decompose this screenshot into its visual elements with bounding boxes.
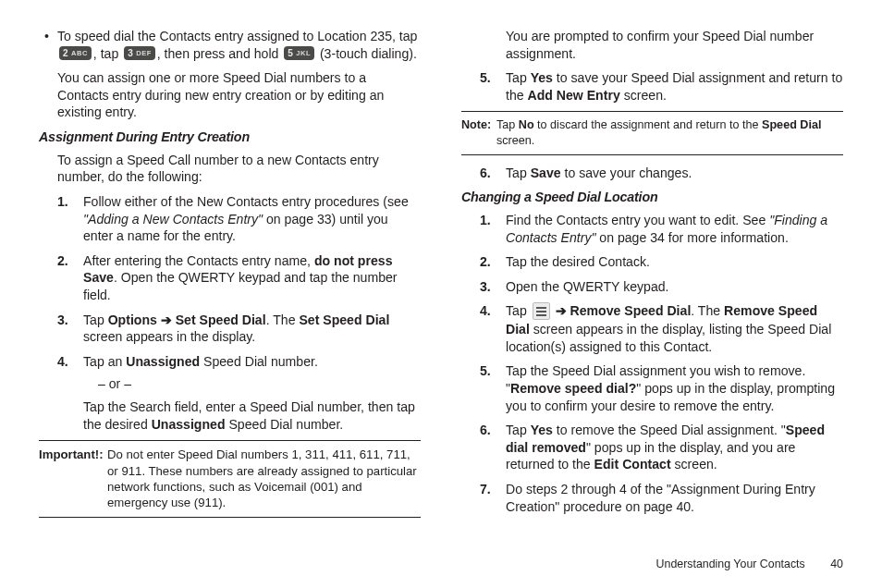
emph: Edit Contact [594, 457, 671, 472]
text: screen. [620, 88, 667, 103]
emph: Speed Dial [762, 118, 821, 131]
steps-assignment-cont: Tap Yes to save your Speed Dial assignme… [480, 69, 843, 104]
text: screen appears in the display. [83, 329, 255, 344]
emph: Options [108, 312, 161, 327]
text: Tap [506, 303, 531, 318]
right-column: You are prompted to confirm your Speed D… [441, 28, 843, 579]
text: Tap [506, 165, 531, 180]
bullet-mark: • [44, 28, 57, 62]
note-body: Tap No to discard the assignment and ret… [496, 117, 843, 148]
text: Tap [83, 312, 108, 327]
note-body: Do not enter Speed Dial numbers 1, 311, … [107, 447, 421, 511]
text: to save your changes. [561, 165, 692, 180]
change-step-6: Tap Yes to remove the Speed Dial assignm… [480, 422, 843, 473]
step-1: Follow either of the New Contacts entry … [57, 193, 421, 245]
text: Tap an [83, 354, 126, 369]
text: . The [266, 312, 300, 327]
change-step-5: Tap the Speed Dial assignment you wish t… [480, 362, 843, 414]
page: • To speed dial the Contacts entry assig… [0, 0, 882, 588]
heading-assignment-during-creation: Assignment During Entry Creation [39, 129, 421, 146]
text: Tap [506, 423, 531, 437]
emph: Unassigned [126, 354, 200, 369]
reference-link: "Adding a New Contacts Entry" [83, 212, 263, 227]
steps-assignment: Follow either of the New Contacts entry … [57, 193, 421, 433]
emph: Remove Speed Dial [570, 303, 691, 318]
text: Tap [506, 70, 531, 85]
text: Tap [496, 118, 519, 131]
keypad-2-icon: 2ABC [59, 46, 92, 60]
step-3: Tap Options ➔ Set Speed Dial. The Set Sp… [57, 312, 421, 346]
step-4-alt: Tap the Search field, enter a Speed Dial… [83, 398, 421, 433]
text: Find the Contacts entry you want to edit… [506, 213, 769, 227]
emph: Save [531, 165, 561, 180]
arrow-icon: ➔ [161, 312, 172, 327]
emph: No [519, 118, 534, 131]
step-2: After entering the Contacts entry name, … [57, 252, 421, 304]
text: screen. [671, 457, 717, 472]
steps-change: Find the Contacts entry you want to edit… [480, 212, 843, 515]
text: . The [691, 303, 724, 318]
note-tag: Note: [461, 117, 493, 148]
change-step-2: Tap the desired Contack. [480, 253, 843, 271]
change-step-1: Find the Contacts entry you want to edit… [480, 212, 843, 246]
step-5: Tap Yes to save your Speed Dial assignme… [480, 69, 843, 104]
steps-assignment-cont2: Tap Save to save your changes. [480, 165, 843, 182]
note: Note: Tap No to discard the assignment a… [461, 111, 843, 154]
left-column: • To speed dial the Contacts entry assig… [39, 28, 441, 579]
text: on page 34 for more information. [595, 230, 788, 245]
bullet-text: To speed dial the Contacts entry assigne… [57, 28, 421, 62]
text: After entering the Contacts entry name, [83, 253, 314, 268]
change-step-7: Do steps 2 through 4 of the "Assignment … [480, 481, 843, 515]
text: Follow either of the New Contacts entry … [83, 194, 409, 209]
emph: Set Speed Dial [172, 312, 266, 327]
emph: Add New Entry [528, 88, 620, 103]
text: screen appears in the display, listing t… [506, 322, 831, 354]
bullet-speed-dial-235: • To speed dial the Contacts entry assig… [44, 28, 421, 62]
important-note: Important!: Do not enter Speed Dial numb… [39, 440, 421, 518]
change-step-3: Open the QWERTY keypad. [480, 278, 843, 296]
keypad-3-icon: 3DEF [124, 46, 155, 60]
text: to remove the Speed Dial assignment. " [553, 423, 786, 437]
emph: Yes [531, 70, 553, 85]
or-divider: – or – [98, 375, 421, 393]
keypad-5-icon: 5JKL [284, 46, 314, 60]
emph: Unassigned [152, 417, 226, 432]
text: Speed Dial number. [226, 417, 344, 432]
note-tag: Important!: [39, 447, 104, 511]
text: , tap [93, 46, 122, 61]
arrow-icon: ➔ [552, 303, 570, 318]
change-step-4: Tap ➔ Remove Speed Dial. The Remove Spee… [480, 302, 843, 355]
menu-icon [533, 302, 550, 320]
emph: Set Speed Dial [299, 312, 389, 327]
text: screen. [496, 134, 534, 147]
text: (3-touch dialing). [316, 46, 417, 61]
footer-section: Understanding Your Contacts [656, 557, 805, 570]
heading-changing-location: Changing a Speed Dial Location [461, 189, 843, 206]
text: . Open the QWERTY keypad and tap the num… [83, 270, 398, 302]
step-4: Tap an Unassigned Speed Dial number. – o… [57, 353, 421, 433]
step-6: Tap Save to save your changes. [480, 165, 843, 182]
text: , then press and hold [157, 46, 283, 61]
emph: Remove speed dial? [510, 381, 636, 396]
page-footer: Understanding Your Contacts 40 [656, 557, 843, 571]
text: to discard the assignment and return to … [534, 118, 762, 131]
intro-assign: You can assign one or more Speed Dial nu… [57, 69, 421, 121]
intro-assign-steps: To assign a Speed Call number to a new C… [57, 152, 421, 186]
page-number: 40 [830, 557, 843, 570]
text: Speed Dial number. [200, 354, 318, 369]
step-4-cont: You are prompted to confirm your Speed D… [506, 28, 843, 62]
text: To speed dial the Contacts entry assigne… [57, 29, 417, 43]
emph: Yes [531, 423, 553, 437]
